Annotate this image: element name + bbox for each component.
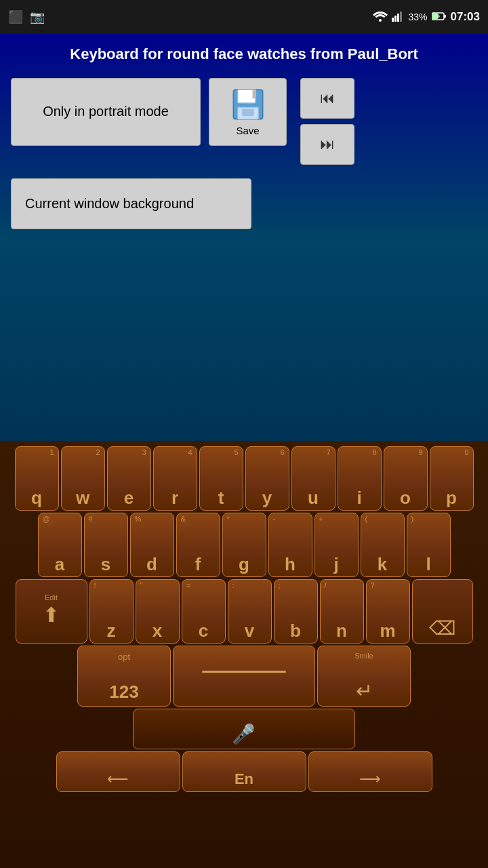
key-z[interactable]: ! z	[89, 579, 134, 644]
key-r-letter: r	[171, 489, 178, 507]
key-g[interactable]: * g	[222, 513, 266, 577]
key-c-sym: =	[186, 582, 190, 589]
key-k-sym: (	[365, 515, 368, 523]
key-p[interactable]: 0 p	[430, 446, 474, 511]
svg-rect-12	[242, 109, 253, 117]
key-j-letter: j	[333, 555, 338, 573]
key-q[interactable]: 1 q	[15, 446, 59, 511]
mic-icon: 🎤	[232, 723, 256, 745]
svg-rect-2	[394, 16, 396, 22]
key-x-letter: x	[152, 622, 162, 639]
shift-key[interactable]: Edit ⬆	[16, 579, 87, 644]
key-x[interactable]: " x	[136, 579, 180, 644]
key-o-num: 9	[418, 449, 422, 456]
key-i-num: 8	[372, 449, 376, 456]
key-p-num: 0	[464, 449, 468, 456]
rewind-button[interactable]: ⏮	[300, 78, 354, 119]
en-key[interactable]: En	[182, 751, 306, 792]
key-e[interactable]: 3 e	[107, 446, 151, 511]
status-left: ⬛ 📷	[8, 9, 45, 24]
svg-rect-6	[432, 14, 438, 19]
enter-key[interactable]: Smile ↵	[317, 646, 411, 707]
skip-icon: ⏭	[320, 136, 335, 153]
key-i[interactable]: 8 i	[338, 446, 382, 511]
key-n-sym: /	[325, 582, 327, 589]
key-p-letter: p	[446, 489, 457, 507]
current-window-background-button[interactable]: Current window background	[11, 178, 251, 229]
spacer-left	[3, 709, 131, 749]
key-h-sym: -	[273, 515, 276, 523]
key-k[interactable]: ( k	[361, 513, 405, 577]
key-f-sym: &	[181, 515, 186, 523]
status-right: 33% 07:03	[373, 10, 480, 24]
save-button[interactable]: Save	[209, 78, 287, 146]
key-a-sym: @	[43, 515, 50, 523]
key-k-letter: k	[378, 555, 387, 573]
app-title: Keyboard for round face watches from Pau…	[11, 45, 477, 64]
svg-rect-10	[252, 90, 256, 98]
key-o[interactable]: 9 o	[384, 446, 428, 511]
key-d-sym: %	[135, 515, 142, 523]
num-123-label: 123	[109, 682, 138, 703]
key-n[interactable]: / n	[320, 579, 364, 644]
right-arrow-icon: ⟶	[359, 770, 381, 788]
skip-button[interactable]: ⏭	[300, 124, 354, 165]
key-z-sym: !	[94, 582, 96, 589]
battery-percent: 33%	[408, 12, 427, 22]
en-label: En	[235, 770, 253, 788]
right-arrow-key[interactable]: ⟶	[308, 751, 432, 792]
key-b-sym: ;	[279, 582, 281, 589]
key-j-sym: +	[319, 515, 323, 523]
key-f[interactable]: & f	[176, 513, 220, 577]
key-l[interactable]: ) l	[407, 513, 451, 577]
key-t[interactable]: 5 t	[199, 446, 243, 511]
key-u[interactable]: 7 u	[291, 446, 336, 511]
key-s[interactable]: # s	[84, 513, 128, 577]
key-j[interactable]: + j	[314, 513, 359, 577]
smile-label: Smile	[318, 652, 410, 660]
wifi-icon	[373, 11, 388, 24]
num-key[interactable]: opt 123	[77, 646, 171, 707]
keyboard-row-6: ⟵ En ⟶	[3, 751, 485, 792]
key-d[interactable]: % d	[130, 513, 174, 577]
key-w-letter: w	[76, 489, 89, 507]
key-m[interactable]: ? m	[366, 579, 410, 644]
key-b[interactable]: ; b	[274, 579, 318, 644]
key-r[interactable]: 4 r	[153, 446, 197, 511]
keyboard-row-2: @ a # s % d & f * g - h + j ( k	[3, 513, 485, 577]
key-l-sym: )	[411, 515, 414, 523]
key-n-letter: n	[336, 622, 347, 639]
mic-key[interactable]: 🎤	[133, 709, 355, 749]
spacer-right	[357, 709, 485, 749]
space-key[interactable]	[173, 646, 315, 707]
key-g-sym: *	[227, 515, 230, 523]
space-bar-line	[202, 671, 287, 673]
controls-row: Only in portrait mode Save ⏮ ⏭	[11, 78, 477, 165]
key-h[interactable]: - h	[268, 513, 312, 577]
backspace-key[interactable]: ⌫	[412, 579, 473, 644]
key-i-letter: i	[357, 489, 361, 507]
left-arrow-key[interactable]: ⟵	[56, 751, 180, 792]
key-z-letter: z	[107, 622, 116, 639]
main-area: Keyboard for round face watches from Pau…	[0, 34, 488, 441]
key-v[interactable]: : v	[228, 579, 272, 644]
key-e-num: 3	[142, 449, 146, 456]
key-w[interactable]: 2 w	[61, 446, 105, 511]
battery-icon	[432, 12, 447, 23]
save-label: Save	[236, 125, 259, 136]
key-t-num: 5	[234, 449, 238, 456]
key-r-num: 4	[188, 449, 192, 456]
key-q-letter: q	[31, 489, 42, 507]
keyboard-row-4: opt 123 Smile ↵	[3, 646, 485, 707]
side-buttons: ⏮ ⏭	[300, 78, 354, 165]
keyboard-area: 1 q 2 w 3 e 4 r 5 t 6 y 7 u 8 i	[0, 441, 488, 868]
key-c[interactable]: = c	[182, 579, 226, 644]
portrait-mode-button[interactable]: Only in portrait mode	[11, 78, 201, 146]
key-v-sym: :	[232, 582, 235, 589]
svg-point-0	[379, 19, 382, 22]
key-a[interactable]: @ a	[38, 513, 82, 577]
svg-rect-7	[444, 15, 446, 18]
key-w-num: 2	[96, 449, 100, 456]
key-y[interactable]: 6 y	[245, 446, 289, 511]
key-g-letter: g	[239, 555, 249, 573]
